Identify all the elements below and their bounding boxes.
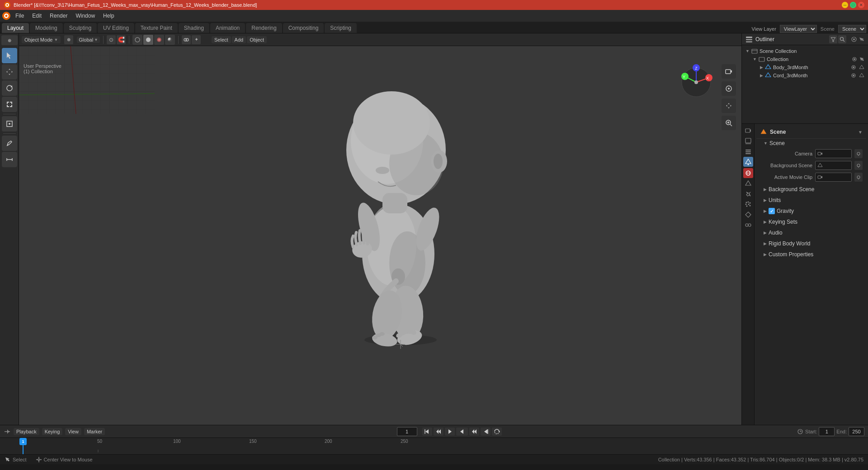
pan-nav-btn[interactable]: [722, 99, 736, 113]
render-nav-btn[interactable]: [722, 81, 736, 96]
playback-btn[interactable]: Playback: [14, 428, 39, 435]
body-data-icon[interactable]: [859, 65, 864, 70]
solid-shading-btn[interactable]: [143, 35, 153, 45]
jump-end-btn[interactable]: [481, 428, 491, 436]
menu-window[interactable]: Window: [72, 12, 99, 20]
play-reverse-btn[interactable]: [445, 428, 455, 436]
units-header[interactable]: ▶ Units: [756, 196, 866, 205]
keying-sets-header[interactable]: ▶ Keying Sets: [756, 217, 866, 226]
mode-selector[interactable]: ⊕: [1, 35, 18, 45]
view-btn[interactable]: View: [65, 428, 81, 435]
maximize-button[interactable]: □: [850, 2, 856, 8]
minimize-button[interactable]: ─: [842, 2, 848, 8]
movie-clip-eyedropper-btn[interactable]: [854, 173, 863, 182]
audio-header[interactable]: ▶ Audio: [756, 228, 866, 237]
header-select-btn[interactable]: Select: [212, 36, 231, 43]
bg-scene-eyedropper-btn[interactable]: [854, 161, 863, 170]
rendered-shading-btn[interactable]: [165, 35, 175, 45]
marker-btn[interactable]: Marker: [84, 428, 105, 435]
bg-scene-value[interactable]: [815, 161, 852, 170]
modifier-props-btn[interactable]: [743, 189, 753, 199]
cord-data-icon[interactable]: [859, 73, 864, 78]
header-add-btn[interactable]: Add: [232, 36, 246, 43]
rigid-body-world-header[interactable]: ▶ Rigid Body World: [756, 239, 866, 248]
movie-clip-value[interactable]: [815, 173, 852, 182]
physics-props-btn[interactable]: [743, 210, 753, 220]
scene-expand-icon[interactable]: ▼: [858, 130, 863, 135]
particles-props-btn[interactable]: [743, 199, 753, 209]
snap-btn[interactable]: 🧲: [117, 35, 126, 44]
outliner-row-collection[interactable]: ▼ Collection: [742, 55, 868, 63]
gravity-header[interactable]: ▶ ✓ Gravity: [756, 207, 866, 216]
scale-tool-btn[interactable]: [2, 97, 17, 112]
gizmo-btn[interactable]: ✦: [192, 35, 201, 44]
body-vis-icon[interactable]: [851, 65, 856, 70]
view-layer-props-btn[interactable]: [743, 146, 753, 156]
rotate-tool-btn[interactable]: [2, 80, 17, 96]
outliner-eye-icon[interactable]: [851, 36, 857, 42]
collection-vis-icon[interactable]: [852, 56, 857, 62]
menu-edit[interactable]: Edit: [28, 12, 45, 20]
camera-eyedropper-btn[interactable]: [854, 149, 863, 158]
viewport-canvas[interactable]: User Perspective (1) Collection: [19, 46, 741, 425]
viewport[interactable]: Object Mode ▼ ⊕ Global ▼ ⊙ 🧲: [19, 33, 741, 425]
tab-rendering[interactable]: Rendering: [246, 23, 282, 33]
move-tool-btn[interactable]: [2, 64, 17, 80]
camera-field-value[interactable]: [815, 149, 852, 158]
tab-texture-paint[interactable]: Texture Paint: [135, 23, 178, 33]
overlay-btn[interactable]: [182, 35, 191, 44]
loop-btn[interactable]: [492, 428, 502, 436]
world-props-btn[interactable]: [743, 168, 753, 178]
menu-file[interactable]: File: [12, 12, 28, 20]
material-shading-btn[interactable]: [154, 35, 164, 45]
current-frame-input[interactable]: 1: [397, 427, 417, 436]
background-scene-header[interactable]: ▶ Background Scene: [756, 185, 866, 194]
wire-shading-btn[interactable]: [132, 35, 142, 45]
timeline-ruler[interactable]: 1 50 100 150 200 250 1: [0, 438, 868, 454]
cord-vis-icon[interactable]: [851, 73, 856, 78]
scene-select[interactable]: Scene: [838, 25, 866, 33]
outliner-row-body[interactable]: ▶ Body_3rdMonth: [742, 63, 868, 71]
outliner-row-cord[interactable]: ▶ Cord_3rdMonth: [742, 71, 868, 80]
tab-animation[interactable]: Animation: [210, 23, 245, 33]
header-object-btn[interactable]: Object: [247, 36, 267, 43]
scene-props-btn[interactable]: [743, 157, 753, 167]
outliner-select-icon[interactable]: [858, 36, 864, 42]
global-transform-btn[interactable]: ⊕: [64, 35, 73, 44]
proportional-edit-btn[interactable]: ⊙: [107, 35, 116, 44]
tab-uv-editing[interactable]: UV Editing: [98, 23, 134, 33]
zoom-nav-btn[interactable]: [722, 116, 736, 130]
end-frame-input[interactable]: 250: [849, 427, 864, 436]
keying-btn[interactable]: Keying: [42, 428, 63, 435]
outliner-search-btn[interactable]: [838, 35, 846, 43]
global-dropdown[interactable]: Global: [79, 37, 93, 42]
start-frame-input[interactable]: 1: [819, 427, 835, 436]
gravity-checkbox[interactable]: ✓: [769, 208, 775, 214]
step-fwd-btn[interactable]: [469, 428, 479, 436]
view-layer-select[interactable]: ViewLayer: [780, 25, 817, 33]
constraints-props-btn[interactable]: [743, 220, 753, 230]
outliner-filter-btn[interactable]: [829, 35, 837, 43]
tab-scripting[interactable]: Scripting: [325, 23, 357, 33]
tab-modeling[interactable]: Modeling: [30, 23, 63, 33]
object-mode-dropdown[interactable]: Object Mode ▼: [22, 36, 61, 43]
tab-shading[interactable]: Shading: [179, 23, 209, 33]
custom-props-header[interactable]: ▶ Custom Properties: [756, 250, 866, 259]
tab-compositing[interactable]: Compositing: [283, 23, 324, 33]
annotate-tool-btn[interactable]: [2, 136, 17, 151]
orientation-gizmo[interactable]: X Y Z: [678, 64, 714, 102]
close-button[interactable]: ✕: [858, 2, 864, 8]
tab-sculpting[interactable]: Sculpting: [64, 23, 97, 33]
menu-help[interactable]: Help: [99, 12, 118, 20]
step-back-btn[interactable]: [434, 428, 443, 436]
menu-render[interactable]: Render: [46, 12, 71, 20]
jump-start-btn[interactable]: [422, 428, 432, 436]
cursor-tool-btn[interactable]: [2, 48, 17, 63]
camera-nav-btn[interactable]: [722, 64, 736, 79]
transform-tool-btn[interactable]: [2, 116, 17, 132]
collection-select-icon[interactable]: [859, 56, 864, 62]
tab-layout[interactable]: Layout: [2, 23, 29, 33]
output-props-btn[interactable]: [743, 136, 753, 146]
play-btn[interactable]: [456, 428, 468, 436]
scene-group-header[interactable]: ▼ Scene: [756, 139, 866, 148]
